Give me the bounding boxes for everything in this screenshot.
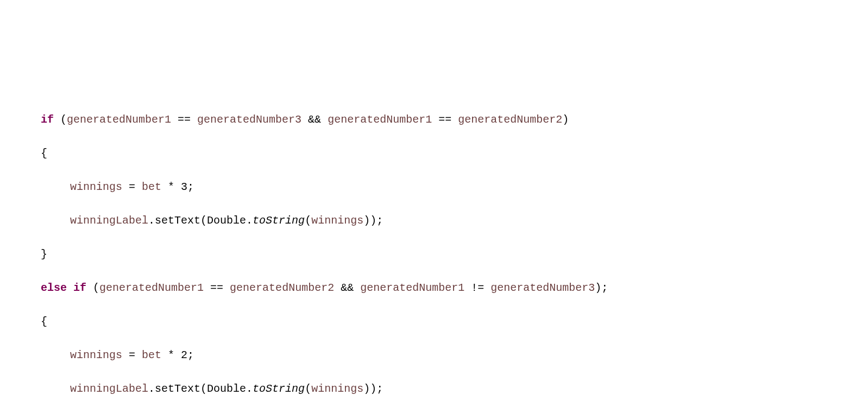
- code-line-3[interactable]: winnings = bet * 3;: [41, 179, 868, 195]
- paren-open: (: [200, 383, 207, 395]
- variable: generatedNumber1: [328, 113, 432, 126]
- operator: &&: [301, 113, 328, 126]
- operator: ==: [204, 282, 230, 294]
- code-line-6[interactable]: else if (generatedNumber1 == generatedNu…: [41, 279, 868, 296]
- variable: generatedNumber1: [99, 282, 204, 294]
- variable: winnings: [311, 214, 363, 227]
- semicolon: ;: [187, 349, 194, 361]
- static-method: toString: [253, 383, 305, 395]
- operator: !=: [464, 282, 490, 294]
- code-line-7[interactable]: {: [41, 313, 868, 330]
- code-line-1[interactable]: if (generatedNumber1 == generatedNumber3…: [41, 111, 868, 128]
- keyword-if: if: [73, 282, 86, 294]
- code-line-5[interactable]: }: [41, 246, 868, 263]
- paren-close: ));: [363, 214, 383, 227]
- paren-open: (: [305, 383, 311, 395]
- operator: =: [122, 349, 142, 361]
- paren-open: (: [86, 282, 99, 294]
- method-call: setText: [155, 214, 200, 227]
- dot: .: [246, 383, 253, 395]
- code-editor[interactable]: if (generatedNumber1 == generatedNumber3…: [0, 67, 868, 414]
- variable: bet: [142, 349, 161, 361]
- variable: generatedNumber1: [360, 282, 464, 294]
- variable: winningLabel: [70, 214, 148, 227]
- dot: .: [148, 383, 155, 395]
- static-method: toString: [253, 214, 305, 227]
- code-line-9[interactable]: winningLabel.setText(Double.toString(win…: [41, 380, 868, 397]
- brace-open: {: [41, 315, 47, 328]
- semicolon: ;: [187, 181, 194, 193]
- keyword-else: else: [41, 282, 67, 294]
- space: [67, 282, 73, 294]
- operator: =: [122, 181, 142, 193]
- dot: .: [246, 214, 253, 227]
- variable: generatedNumber1: [67, 113, 171, 126]
- paren-open: (: [305, 214, 311, 227]
- brace-open: {: [41, 147, 47, 160]
- operator: ==: [432, 113, 458, 126]
- variable: winnings: [311, 383, 363, 395]
- class-name: Double: [207, 383, 246, 395]
- operator: &&: [334, 282, 360, 294]
- brace-close: }: [41, 248, 47, 260]
- paren-close: ));: [363, 383, 383, 395]
- variable: winnings: [70, 349, 122, 361]
- variable: generatedNumber2: [230, 282, 334, 294]
- variable: winnings: [70, 181, 122, 193]
- operator: *: [161, 181, 181, 193]
- variable: bet: [142, 181, 161, 193]
- paren-close: );: [595, 282, 608, 294]
- number-literal: 3: [181, 181, 187, 193]
- variable: generatedNumber3: [490, 282, 595, 294]
- method-call: setText: [155, 383, 200, 395]
- variable: winningLabel: [70, 383, 148, 395]
- paren-close: ): [562, 113, 569, 126]
- operator: *: [161, 349, 181, 361]
- paren-open: (: [54, 113, 67, 126]
- code-line-8[interactable]: winnings = bet * 2;: [41, 347, 868, 364]
- dot: .: [148, 214, 155, 227]
- paren-open: (: [200, 214, 207, 227]
- number-literal: 2: [181, 349, 187, 361]
- code-line-2[interactable]: {: [41, 145, 868, 162]
- variable: generatedNumber3: [197, 113, 301, 126]
- operator: ==: [171, 113, 197, 126]
- code-line-4[interactable]: winningLabel.setText(Double.toString(win…: [41, 212, 868, 229]
- keyword-if: if: [41, 113, 54, 126]
- class-name: Double: [207, 214, 246, 227]
- variable: generatedNumber2: [458, 113, 562, 126]
